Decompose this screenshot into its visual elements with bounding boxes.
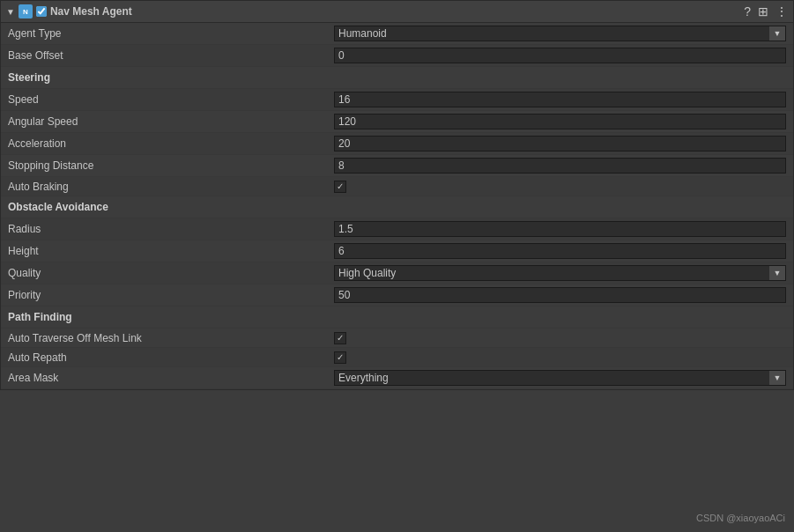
nav-mesh-agent-panel: ▼ N Nav Mesh Agent ? ⊞ ⋮ Agent Type Huma… [0, 0, 794, 390]
settings-button[interactable]: ⊞ [758, 5, 768, 18]
agent-type-value: Humanoid [335, 26, 769, 41]
auto-braking-checkbox-container: ✓ [334, 181, 786, 193]
component-content: Agent Type Humanoid ▼ Base Offset Steeri… [1, 23, 793, 389]
speed-row: Speed [1, 89, 793, 111]
obstacle-avoidance-section-header: Obstacle Avoidance [1, 196, 793, 218]
auto-braking-label: Auto Braking [8, 181, 334, 193]
angular-speed-row: Angular Speed [1, 111, 793, 133]
priority-label: Priority [8, 289, 334, 301]
quality-dropdown[interactable]: High Quality ▼ [334, 265, 786, 281]
height-label: Height [8, 245, 334, 257]
quality-arrow[interactable]: ▼ [769, 266, 785, 280]
quality-row: Quality High Quality ▼ [1, 262, 793, 284]
watermark: CSDN @xiaoyaoACi [696, 513, 785, 523]
auto-traverse-row: Auto Traverse Off Mesh Link ✓ [1, 329, 793, 348]
auto-repath-row: Auto Repath ✓ [1, 348, 793, 367]
header-actions: ? ⊞ ⋮ [744, 5, 788, 18]
acceleration-input[interactable] [334, 136, 786, 151]
collapse-arrow[interactable]: ▼ [6, 7, 15, 17]
acceleration-row: Acceleration [1, 133, 793, 155]
height-input[interactable] [334, 243, 786, 259]
radius-label: Radius [8, 223, 334, 235]
angular-speed-input[interactable] [334, 114, 786, 129]
component-header: ▼ N Nav Mesh Agent ? ⊞ ⋮ [1, 1, 793, 23]
base-offset-label: Base Offset [8, 49, 334, 62]
priority-row: Priority [1, 284, 793, 307]
auto-repath-checkmark: ✓ [337, 352, 344, 362]
quality-value: High Quality [335, 265, 769, 281]
auto-repath-checkbox-container: ✓ [334, 351, 786, 364]
base-offset-input[interactable] [334, 48, 786, 63]
priority-input[interactable] [334, 287, 786, 303]
height-row: Height [1, 240, 793, 262]
auto-repath-checkbox[interactable]: ✓ [334, 351, 346, 364]
obstacle-avoidance-label: Obstacle Avoidance [8, 201, 108, 213]
area-mask-dropdown[interactable]: Everything ▼ [334, 370, 786, 386]
area-mask-value: Everything [335, 370, 769, 386]
auto-braking-row: Auto Braking ✓ [1, 177, 793, 196]
steering-label: Steering [8, 71, 50, 84]
base-offset-row: Base Offset [1, 45, 793, 67]
component-title: Nav Mesh Agent [50, 5, 740, 18]
agent-type-dropdown[interactable]: Humanoid ▼ [334, 26, 786, 41]
component-icon: N [19, 4, 33, 18]
area-mask-label: Area Mask [8, 372, 334, 384]
auto-traverse-checkmark: ✓ [337, 333, 344, 343]
angular-speed-label: Angular Speed [8, 115, 334, 128]
auto-traverse-checkbox-container: ✓ [334, 332, 786, 344]
speed-input[interactable] [334, 92, 786, 107]
auto-traverse-checkbox[interactable]: ✓ [334, 332, 346, 344]
quality-label: Quality [8, 267, 334, 279]
acceleration-label: Acceleration [8, 137, 334, 150]
auto-traverse-label: Auto Traverse Off Mesh Link [8, 332, 334, 344]
steering-section-header: Steering [1, 67, 793, 89]
area-mask-arrow[interactable]: ▼ [769, 371, 785, 385]
area-mask-row: Area Mask Everything ▼ [1, 367, 793, 389]
help-button[interactable]: ? [744, 5, 751, 18]
path-finding-label: Path Finding [8, 311, 72, 323]
stopping-distance-row: Stopping Distance [1, 155, 793, 177]
path-finding-section-header: Path Finding [1, 307, 793, 329]
agent-type-row: Agent Type Humanoid ▼ [1, 23, 793, 45]
speed-label: Speed [8, 93, 334, 106]
radius-row: Radius [1, 218, 793, 240]
stopping-distance-label: Stopping Distance [8, 159, 334, 172]
radius-input[interactable] [334, 221, 786, 237]
auto-braking-checkbox[interactable]: ✓ [334, 181, 346, 193]
menu-button[interactable]: ⋮ [775, 5, 788, 18]
agent-type-label: Agent Type [8, 27, 334, 40]
component-enable-checkbox[interactable] [36, 6, 47, 17]
auto-repath-label: Auto Repath [8, 351, 334, 364]
stopping-distance-input[interactable] [334, 158, 786, 174]
agent-type-arrow[interactable]: ▼ [769, 26, 785, 41]
auto-braking-checkmark: ✓ [337, 181, 344, 191]
